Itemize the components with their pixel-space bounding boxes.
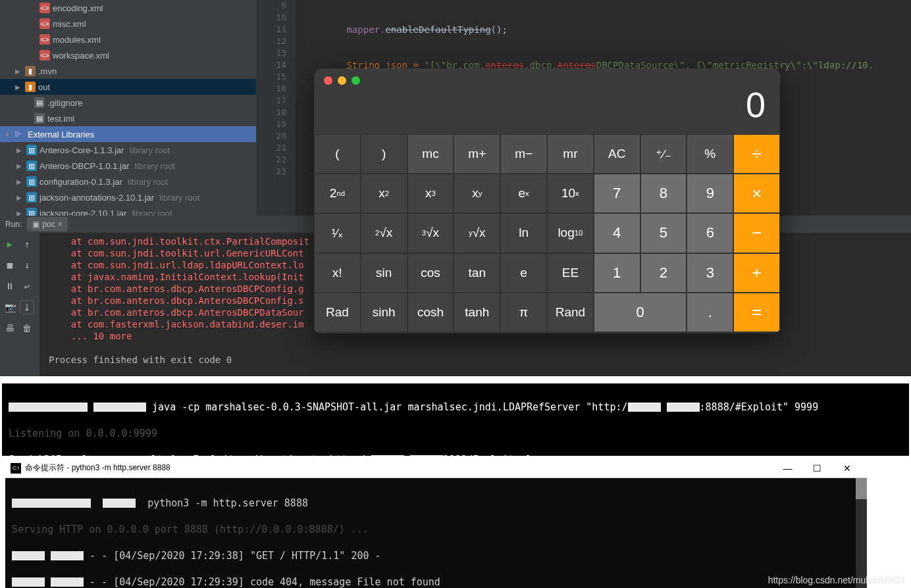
close-traffic-light[interactable] (324, 76, 332, 85)
calc-key-percent[interactable]: % (687, 134, 733, 174)
calc-key-dot[interactable]: . (687, 293, 733, 332)
tree-item[interactable]: ▶▮out (0, 79, 256, 95)
pause-icon[interactable]: ⏸ (3, 279, 17, 293)
calc-key-Rad[interactable]: Rad (314, 293, 361, 332)
calc-key-m-[interactable]: m− (500, 134, 547, 174)
calc-key-plus-minus[interactable]: ⁺∕₋ (640, 134, 687, 174)
down-icon[interactable]: ↓ (20, 258, 34, 272)
calc-key-2[interactable]: 2 (640, 253, 687, 293)
calc-key-equals[interactable]: = (733, 293, 780, 332)
tree-item[interactable]: ▤.gitignore (0, 95, 256, 110)
tree-item[interactable]: ▶▥Anteros-DBCP-1.0.1.jarlibrary root (0, 158, 256, 174)
calc-key-)[interactable]: ) (361, 134, 407, 174)
up-icon[interactable]: ↑ (20, 237, 34, 251)
expand-icon[interactable]: ▶ (13, 68, 22, 75)
calc-key-3[interactable]: 3 (687, 253, 733, 293)
calc-key-sqrt2[interactable]: 2√x (361, 213, 407, 253)
calc-key-x![interactable]: x! (314, 253, 361, 293)
ldap-terminal[interactable]: java -cp marshalsec-0.0.3-SNAPSHOT-all.j… (2, 383, 909, 456)
stop-icon[interactable]: ■ (3, 258, 17, 272)
scrollbar-thumb[interactable] (856, 478, 867, 499)
calc-key-10x[interactable]: 10x (547, 174, 594, 213)
cmd-window[interactable]: C:\ 命令提示符 - python3 -m http.server 8888 … (5, 458, 867, 588)
tree-item-label: encoding.xml (53, 3, 103, 13)
calc-key-ln[interactable]: ln (500, 213, 547, 253)
calc-key-sinh[interactable]: sinh (361, 293, 407, 332)
calc-key-0[interactable]: 0 (594, 293, 687, 332)
camera-icon[interactable]: 📷 (3, 300, 17, 314)
calc-key-m+[interactable]: m+ (454, 134, 500, 174)
tree-item[interactable]: ▶▥configuration-0.1.3.jarlibrary root (0, 174, 256, 189)
run-tab[interactable]: ▣ poc × (27, 217, 67, 232)
calc-key-5[interactable]: 5 (640, 213, 687, 253)
calc-key-([interactable]: ( (314, 134, 361, 174)
scroll-icon[interactable]: ⤓ (20, 300, 34, 314)
calc-key-plus[interactable]: + (733, 253, 780, 293)
close-button[interactable]: ✕ (832, 459, 862, 478)
calc-key-tan[interactable]: tan (454, 253, 500, 293)
calc-key-ex[interactable]: ex (500, 174, 547, 213)
zoom-traffic-light[interactable] (351, 76, 360, 85)
calc-key-divide[interactable]: ÷ (733, 134, 780, 174)
tree-item[interactable]: <>workspace.xml (0, 47, 256, 63)
calc-key-x2[interactable]: x2 (361, 174, 407, 213)
calc-key-Rand[interactable]: Rand (547, 293, 594, 332)
calc-key-4[interactable]: 4 (594, 213, 640, 253)
tree-item[interactable]: <>modules.xml (0, 32, 256, 47)
scrollbar[interactable] (856, 478, 867, 588)
tree-item[interactable]: ▶▥jackson-annotations-2.10.1.jarlibrary … (0, 189, 256, 205)
calc-key-8[interactable]: 8 (640, 174, 687, 213)
calc-key-tanh[interactable]: tanh (454, 293, 500, 332)
external-libraries-header[interactable]: ▼⊪External Libraries (0, 126, 256, 142)
cmd-output[interactable]: python3 -m http.server 8888 Serving HTTP… (5, 478, 867, 588)
tree-item[interactable]: ▤test.iml (0, 110, 256, 126)
tree-item[interactable]: ▶▥Anteros-Core-1.1.3.jarlibrary root (0, 142, 256, 158)
expand-icon[interactable]: ▶ (14, 194, 24, 201)
tree-item[interactable]: <>encoding.xml (0, 0, 256, 16)
xml-icon: <> (39, 34, 50, 45)
tree-item[interactable]: ▶▮.mvn (0, 63, 256, 79)
calc-key-2nd[interactable]: 2nd (314, 174, 361, 213)
expand-icon[interactable]: ▼ (3, 131, 12, 138)
calculator-titlebar[interactable]: 0 (314, 68, 780, 134)
calc-key-EE[interactable]: EE (547, 253, 594, 293)
calc-key-sqrty[interactable]: y√x (454, 213, 500, 253)
cmd-titlebar[interactable]: C:\ 命令提示符 - python3 -m http.server 8888 … (5, 458, 867, 478)
minimize-button[interactable]: — (773, 459, 802, 478)
calc-key-xy[interactable]: xy (454, 174, 500, 213)
close-icon[interactable]: × (58, 220, 63, 229)
project-tree[interactable]: <>encoding.xml<>misc.xml<>modules.xml<>w… (0, 0, 256, 216)
trash-icon[interactable]: 🗑 (20, 321, 34, 335)
calc-key-minus[interactable]: − (733, 213, 780, 253)
calc-key-mc[interactable]: mc (407, 134, 454, 174)
calc-key-7[interactable]: 7 (594, 174, 640, 213)
calc-key-x3[interactable]: x3 (407, 174, 454, 213)
rerun-icon[interactable]: ▶ (3, 237, 17, 251)
code-text: enableDefaultTyping (385, 24, 490, 35)
tree-item[interactable]: <>misc.xml (0, 16, 256, 32)
calc-key-sqrt3[interactable]: 3√x (407, 213, 454, 253)
calc-key-9[interactable]: 9 (687, 174, 733, 213)
calc-key-6[interactable]: 6 (687, 213, 733, 253)
calc-key-1[interactable]: 1 (594, 253, 640, 293)
calc-key-pi[interactable]: π (500, 293, 547, 332)
print-icon[interactable]: 🖶 (3, 321, 17, 335)
calc-key-AC[interactable]: AC (594, 134, 640, 174)
expand-icon[interactable]: ▶ (14, 147, 24, 154)
expand-icon[interactable]: ▶ (14, 162, 24, 170)
minimize-traffic-light[interactable] (338, 76, 346, 85)
calc-key-cos[interactable]: cos (407, 253, 454, 293)
calculator-window[interactable]: 0 ()mcm+m−mrAC⁺∕₋%÷2ndx2x3xyex10x789×¹∕ₓ… (314, 68, 780, 333)
calc-key-log10[interactable]: log10 (547, 213, 594, 253)
calc-key-e[interactable]: e (500, 253, 547, 293)
expand-icon[interactable]: ▶ (13, 84, 22, 91)
maximize-button[interactable]: ☐ (802, 459, 832, 478)
tree-item-label: .mvn (38, 66, 57, 76)
calc-key-mr[interactable]: mr (547, 134, 594, 174)
calc-key-multiply[interactable]: × (733, 174, 780, 213)
calc-key-cosh[interactable]: cosh (407, 293, 454, 332)
calc-key-sin[interactable]: sin (361, 253, 407, 293)
expand-icon[interactable]: ▶ (14, 178, 24, 185)
calc-key-1/x[interactable]: ¹∕ₓ (314, 213, 361, 253)
soft-wrap-icon[interactable]: ↩ (20, 279, 34, 293)
